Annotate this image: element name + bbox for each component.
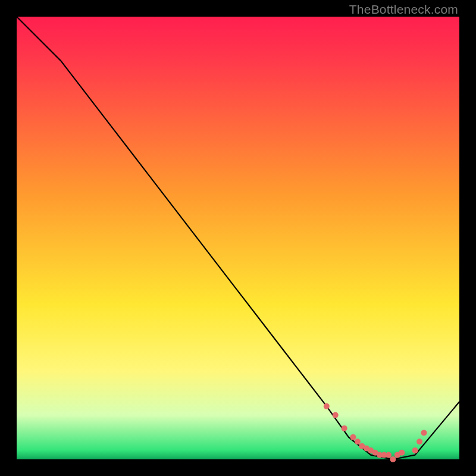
marker-point — [333, 412, 339, 418]
marker-point — [421, 430, 427, 436]
marker-point — [342, 425, 347, 431]
marker-point — [355, 439, 361, 444]
chart-svg — [17, 17, 459, 459]
marker-point — [399, 450, 405, 456]
marker-point — [416, 439, 422, 444]
chart-frame: TheBottleneck.com — [0, 0, 476, 476]
plot-area — [17, 17, 459, 459]
watermark: TheBottleneck.com — [349, 2, 458, 17]
marker-group — [324, 403, 427, 462]
marker-point — [324, 403, 330, 409]
bottleneck-curve — [17, 17, 459, 459]
marker-point — [390, 456, 396, 462]
marker-point — [350, 434, 356, 440]
marker-point — [412, 447, 418, 453]
marker-point — [386, 452, 392, 458]
